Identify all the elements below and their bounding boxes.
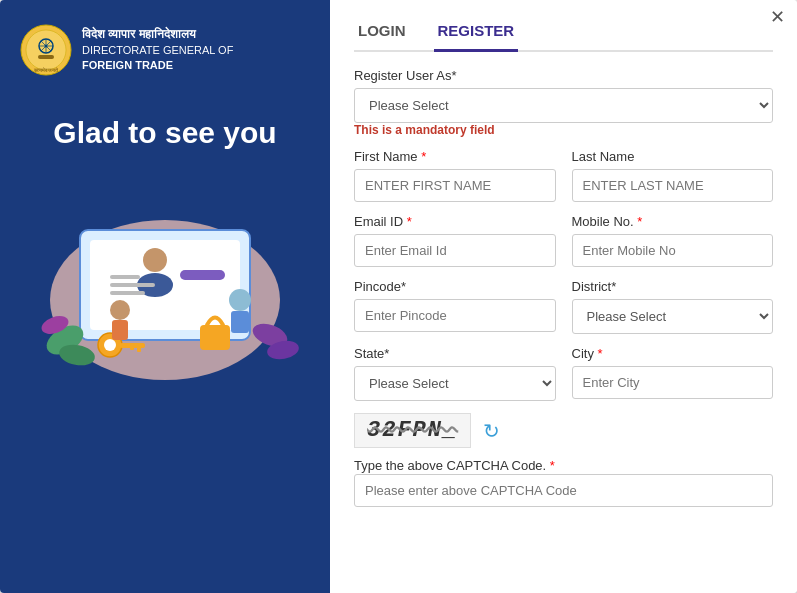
email-mobile-row: Email ID * Mobile No. * <box>354 214 773 279</box>
state-group: State* Please Select <box>354 346 556 401</box>
last-name-col: Last Name <box>572 149 774 214</box>
last-name-label: Last Name <box>572 149 774 164</box>
svg-rect-17 <box>110 291 145 295</box>
register-user-group: Register User As* Please Select This is … <box>354 68 773 137</box>
state-label: State* <box>354 346 556 361</box>
left-panel: सत्यमेव जयते विदेश व्यापार महानिदेशालय D… <box>0 0 330 593</box>
last-name-input[interactable] <box>572 169 774 202</box>
svg-rect-8 <box>38 55 54 59</box>
name-row: First Name * Last Name <box>354 149 773 214</box>
first-name-group: First Name * <box>354 149 556 202</box>
email-group: Email ID * <box>354 214 556 267</box>
svg-point-27 <box>229 289 251 311</box>
register-user-label: Register User As* <box>354 68 773 83</box>
mobile-input[interactable] <box>572 234 774 267</box>
pincode-label: Pincode* <box>354 279 556 294</box>
first-name-label: First Name * <box>354 149 556 164</box>
tab-register[interactable]: REGISTER <box>434 16 519 52</box>
district-label: District* <box>572 279 774 294</box>
svg-rect-16 <box>110 283 155 287</box>
tab-login[interactable]: LOGIN <box>354 16 410 52</box>
district-select[interactable]: Please Select <box>572 299 774 334</box>
state-select[interactable]: Please Select <box>354 366 556 401</box>
pincode-col: Pincode* <box>354 279 556 346</box>
svg-rect-18 <box>180 270 225 280</box>
last-name-group: Last Name <box>572 149 774 202</box>
eng-line2: FOREIGN TRADE <box>82 58 233 73</box>
svg-point-13 <box>143 248 167 272</box>
captcha-input[interactable] <box>354 474 773 507</box>
svg-rect-23 <box>137 343 141 352</box>
right-panel: ✕ LOGIN REGISTER Register User As* Pleas… <box>330 0 797 593</box>
pincode-district-row: Pincode* District* Please Select <box>354 279 773 346</box>
pincode-group: Pincode* <box>354 279 556 332</box>
emblem-icon: सत्यमेव जयते <box>20 24 72 76</box>
email-label: Email ID * <box>354 214 556 229</box>
eng-line1: DIRECTORATE GENERAL OF <box>82 43 233 58</box>
captcha-area: 32FPN_ ↻ <box>354 413 773 448</box>
city-col: City * <box>572 346 774 413</box>
district-group: District* Please Select <box>572 279 774 334</box>
captcha-input-group: Type the above CAPTCHA Code. * <box>354 456 773 507</box>
email-col: Email ID * <box>354 214 556 279</box>
modal-container: सत्यमेव जयते विदेश व्यापार महानिदेशालय D… <box>0 0 797 593</box>
captcha-type-label: Type the above CAPTCHA Code. * <box>354 458 555 473</box>
register-user-select[interactable]: Please Select <box>354 88 773 123</box>
first-name-col: First Name * <box>354 149 556 214</box>
pincode-input[interactable] <box>354 299 556 332</box>
svg-rect-28 <box>231 311 249 333</box>
district-col: District* Please Select <box>572 279 774 346</box>
email-input[interactable] <box>354 234 556 267</box>
svg-point-21 <box>104 339 116 351</box>
captcha-image: 32FPN_ <box>354 413 471 448</box>
glad-text: Glad to see you <box>53 116 276 150</box>
hindi-title: विदेश व्यापार महानिदेशालय <box>82 26 233 43</box>
svg-rect-15 <box>110 275 140 279</box>
svg-text:सत्यमेव जयते: सत्यमेव जयते <box>33 67 59 73</box>
state-city-row: State* Please Select City * <box>354 346 773 413</box>
mandatory-message: This is a mandatory field <box>354 123 773 137</box>
first-name-input[interactable] <box>354 169 556 202</box>
illustration <box>25 170 305 390</box>
svg-rect-24 <box>130 343 134 350</box>
close-button[interactable]: ✕ <box>770 8 785 26</box>
refresh-captcha-icon[interactable]: ↻ <box>483 419 500 443</box>
state-col: State* Please Select <box>354 346 556 413</box>
mobile-group: Mobile No. * <box>572 214 774 267</box>
city-input[interactable] <box>572 366 774 399</box>
city-group: City * <box>572 346 774 399</box>
tabs-container: LOGIN REGISTER <box>354 16 773 52</box>
mobile-label: Mobile No. * <box>572 214 774 229</box>
svg-rect-26 <box>112 320 128 340</box>
mobile-col: Mobile No. * <box>572 214 774 279</box>
svg-rect-19 <box>200 325 230 350</box>
svg-point-25 <box>110 300 130 320</box>
city-label: City * <box>572 346 774 361</box>
logo-area: सत्यमेव जयते विदेश व्यापार महानिदेशालय D… <box>20 24 233 76</box>
logo-text-block: विदेश व्यापार महानिदेशालय DIRECTORATE GE… <box>82 26 233 74</box>
